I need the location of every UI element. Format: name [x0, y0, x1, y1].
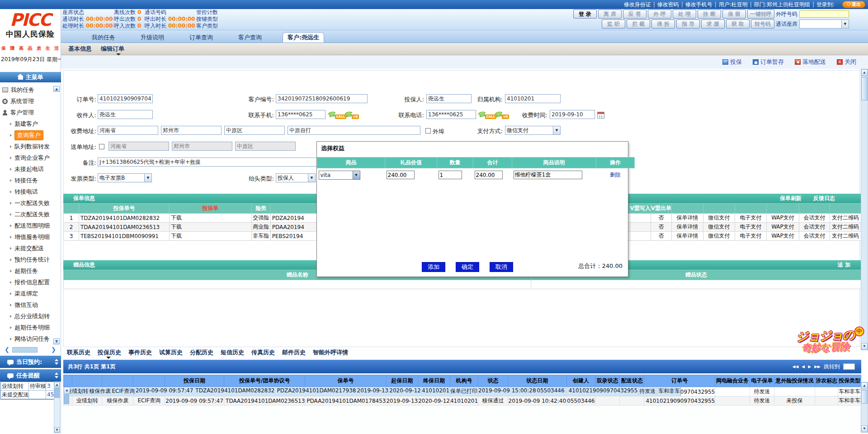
- scroll-thumb[interactable]: [64, 394, 69, 404]
- sidebar-item-查询企业客户[interactable]: 查询企业客户: [0, 152, 61, 163]
- scroll-down-icon[interactable]: ▼: [861, 425, 868, 432]
- call-button[interactable]: 离 席: [598, 10, 622, 19]
- sidebar-item-微信互动[interactable]: 微信互动: [0, 299, 61, 310]
- history-vscrollbar[interactable]: ▲ ▼: [861, 382, 868, 433]
- policy-action-WAP支付[interactable]: WAP支付: [766, 223, 799, 232]
- sidebar-item-转接任务[interactable]: 转接任务: [0, 175, 61, 186]
- account-link[interactable]: 修改密码: [657, 1, 679, 8]
- call-button[interactable]: 挂 断: [698, 10, 721, 19]
- gift-value-input[interactable]: [387, 171, 415, 179]
- sidebar-item-队列数据转发[interactable]: 队列数据转发: [0, 141, 61, 152]
- download-link[interactable]: 下载: [169, 232, 251, 241]
- call-button[interactable]: 一键转呼: [747, 10, 774, 19]
- scroll-down-icon[interactable]: ▼: [54, 427, 60, 433]
- call-button[interactable]: 获 取: [726, 19, 750, 29]
- sidebar-item-转接电话[interactable]: 转接电话: [0, 186, 61, 197]
- call-button[interactable]: 强 拆: [651, 19, 675, 29]
- tab-我的任务[interactable]: 我的任务: [87, 32, 120, 43]
- sidebar-item-增值服务明细[interactable]: 增值服务明细: [0, 231, 61, 243]
- menu-scroll-down[interactable]: ▼: [53, 339, 60, 344]
- send-addr-checkbox[interactable]: [99, 144, 104, 149]
- history-action-业绩划转[interactable]: 业绩划转: [72, 396, 102, 405]
- charge-addr-province[interactable]: [98, 126, 158, 135]
- table-row[interactable]: 业绩划转核保作废ECIF查询2019-09-09 09:57:47TDZA201…: [64, 387, 681, 396]
- policy-action-电子支付[interactable]: 电子支付: [735, 232, 767, 241]
- org-input[interactable]: [505, 94, 561, 103]
- scroll-thumb[interactable]: [861, 77, 868, 100]
- sidebar-item-一次配送失败[interactable]: 一次配送失败: [0, 197, 61, 209]
- charge-date-input[interactable]: [550, 110, 595, 119]
- call-plus-icon[interactable]: ☎+0: [495, 111, 509, 119]
- sidebar-item-报价信息配置[interactable]: 报价信息配置: [0, 277, 61, 288]
- charge-addr-city[interactable]: [161, 126, 222, 135]
- product-desc-input[interactable]: [514, 171, 582, 179]
- policy-action-会话支付[interactable]: 会话支付: [799, 223, 830, 232]
- sidebar-item-总分业绩划转[interactable]: 总分业绩划转: [0, 310, 61, 322]
- pay-method-select[interactable]: 微信支付▼: [505, 126, 561, 135]
- gift-append-button[interactable]: 追 加: [838, 261, 850, 269]
- delete-link[interactable]: 删除: [610, 172, 621, 178]
- sidebar-group-系统管理[interactable]: 系统管理: [0, 95, 61, 107]
- history-tab-智能外呼详情[interactable]: 智能外呼详情: [313, 348, 348, 357]
- sidebar-group-客户管理[interactable]: 客户管理: [0, 107, 61, 118]
- logout-button[interactable]: 退出: [842, 1, 865, 8]
- scroll-thumb[interactable]: [861, 390, 868, 404]
- history-action-ECIF查询[interactable]: ECIF查询: [112, 387, 135, 396]
- order-no-input[interactable]: [98, 94, 153, 103]
- policy-action-支付二维码[interactable]: 支付二维码: [830, 223, 861, 232]
- history-tab-短信历史[interactable]: 短信历史: [221, 348, 244, 357]
- history-tab-事件历史[interactable]: 事件历史: [128, 348, 152, 357]
- customer-no-input[interactable]: [276, 94, 368, 103]
- reminder-scrollbar[interactable]: ▲ ▼: [54, 382, 60, 433]
- charge-addr-detail[interactable]: [288, 126, 420, 135]
- invoice-type-select[interactable]: 电子发票B▼: [98, 173, 152, 182]
- tab-客户查询[interactable]: 客户查询: [234, 32, 266, 43]
- phone-input[interactable]: [426, 110, 476, 119]
- history-tab-邮件历史[interactable]: 邮件历史: [282, 348, 306, 357]
- account-link[interactable]: 用户:杜亚明: [719, 1, 748, 8]
- outcall-number-input[interactable]: [799, 10, 849, 18]
- scroll-up-icon[interactable]: ▲: [54, 382, 60, 387]
- call-button[interactable]: 转号码: [751, 19, 774, 29]
- subtab-基本信息[interactable]: 基本信息: [68, 45, 92, 53]
- call-plus-icon[interactable]: ☎+0: [344, 111, 359, 119]
- call-button[interactable]: 处 理: [673, 10, 696, 19]
- 取消-button[interactable]: 取消: [490, 262, 513, 272]
- policy-action-微信支付[interactable]: 微信支付: [703, 223, 735, 232]
- scroll-up-icon[interactable]: ▲: [861, 382, 868, 389]
- sidebar-group-我的任务[interactable]: 我的任务: [0, 84, 61, 95]
- reminder-row[interactable]: 业绩划转待审核3: [1, 382, 60, 391]
- tab-升级说明[interactable]: 升级说明: [136, 32, 169, 43]
- account-link[interactable]: 部门:郑州上街杜亚明组: [754, 1, 810, 8]
- account-link[interactable]: 修改身份证: [624, 1, 651, 8]
- scroll-up-icon[interactable]: ▲: [861, 69, 868, 76]
- call-seat-select[interactable]: ▼: [799, 19, 849, 29]
- scroll-right-icon[interactable]: ❯: [51, 347, 56, 353]
- calendar-icon[interactable]: [597, 112, 604, 119]
- sidebar-item-渠道绑定[interactable]: 渠道绑定: [0, 288, 61, 299]
- account-link[interactable]: 修改手机号: [685, 1, 712, 8]
- refresh-icon[interactable]: [54, 359, 58, 365]
- call-button[interactable]: 拦 截: [627, 19, 650, 29]
- scroll-thumb[interactable]: [54, 388, 60, 398]
- call-button[interactable]: 登 录: [573, 10, 597, 19]
- 确定-button[interactable]: 确定: [456, 262, 479, 272]
- main-vscrollbar[interactable]: ▲ ▼: [861, 69, 868, 350]
- policy-action-电子支付[interactable]: 电子支付: [735, 223, 767, 232]
- policy-action-支付二维码[interactable]: 支付二维码: [830, 214, 861, 223]
- sidebar-item-配送范围明细[interactable]: 配送范围明细: [0, 220, 61, 231]
- download-link[interactable]: 下载: [169, 223, 251, 232]
- policy-refresh-button[interactable]: 保单刷新: [780, 195, 802, 202]
- reminder-row[interactable]: 未提交配送453: [1, 391, 60, 399]
- policy-action-微信支付[interactable]: 微信支付: [703, 232, 735, 241]
- sidebar-item-网络访问任务[interactable]: 网络访问任务: [0, 333, 61, 344]
- sidebar-item-查询客户[interactable]: 查询客户: [0, 129, 61, 141]
- sidebar-item-新建客户[interactable]: 新建客户: [0, 118, 61, 129]
- table-row[interactable]: 业绩划转核保作废ECIF查询2019-09-09 09:57:47TDAA201…: [64, 396, 861, 405]
- tab-客户:尧远生[interactable]: 客户:尧远生: [283, 32, 324, 43]
- applicant-input[interactable]: [426, 94, 472, 103]
- policy-action-保单详情[interactable]: 保单详情: [672, 232, 703, 241]
- policy-action-WAP支付[interactable]: WAP支付: [766, 214, 799, 223]
- hscroll-thumb[interactable]: [12, 347, 38, 353]
- sidebar-item-预约任务统计[interactable]: 预约任务统计: [0, 254, 61, 265]
